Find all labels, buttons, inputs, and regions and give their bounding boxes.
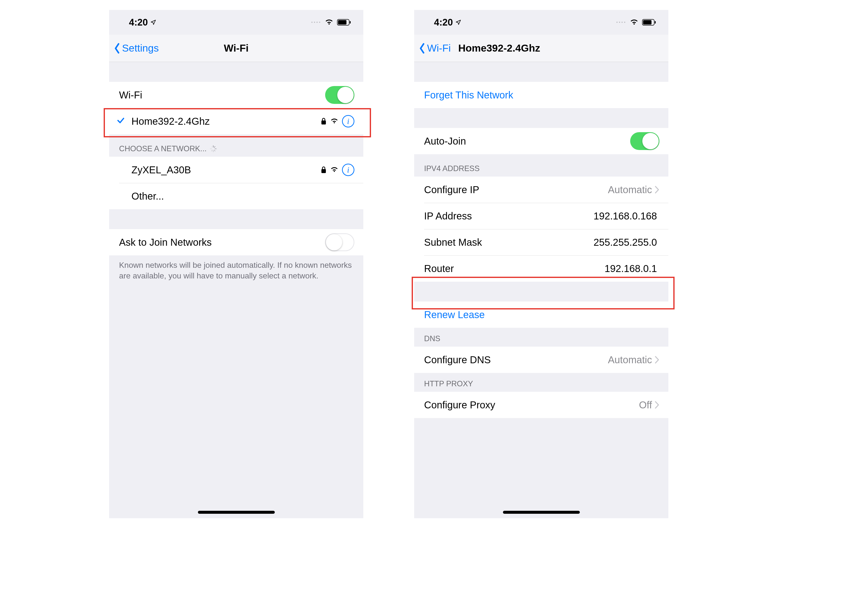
- wifi-toggle[interactable]: [325, 86, 354, 104]
- choose-network-header: CHOOSE A NETWORK...: [109, 135, 363, 157]
- chevron-right-icon: [654, 356, 659, 364]
- subnet-mask-row: Subnet Mask 255.255.255.0: [414, 229, 668, 256]
- lock-icon: [321, 118, 327, 125]
- wifi-toggle-group: Wi-Fi Home392-2.4Ghz i: [109, 82, 363, 135]
- router-value: 192.168.0.1: [604, 263, 657, 274]
- nav-bar: Wi-Fi Home392-2.4Ghz: [414, 35, 668, 62]
- status-bar: 4:20 ····: [109, 10, 363, 35]
- subnet-mask-value: 255.255.255.0: [594, 237, 657, 248]
- info-icon[interactable]: i: [342, 115, 354, 127]
- svg-line-9: [212, 150, 212, 151]
- wifi-toggle-row: Wi-Fi: [109, 82, 363, 108]
- status-time: 4:20: [434, 17, 453, 28]
- back-button[interactable]: Settings: [109, 42, 159, 54]
- wifi-toggle-label: Wi-Fi: [119, 90, 325, 101]
- status-bar: 4:20 ····: [414, 10, 668, 35]
- svg-rect-2: [350, 21, 351, 23]
- wifi-icon: [630, 19, 639, 26]
- nav-title: Home392-2.4Ghz: [458, 42, 540, 54]
- network-name: ZyXEL_A30B: [132, 164, 317, 175]
- other-network-row[interactable]: Other...: [109, 183, 363, 209]
- available-networks-group: ZyXEL_A30B i Other...: [109, 157, 363, 209]
- chevron-right-icon: [654, 401, 659, 409]
- svg-rect-14: [643, 20, 651, 25]
- router-row: Router 192.168.0.1: [414, 256, 668, 282]
- network-row[interactable]: ZyXEL_A30B i: [109, 157, 363, 183]
- renew-lease-row[interactable]: Renew Lease: [414, 302, 668, 328]
- checkmark-icon: [116, 116, 125, 127]
- ask-join-group: Ask to Join Networks: [109, 229, 363, 256]
- battery-icon: [642, 19, 656, 26]
- auto-join-toggle[interactable]: [630, 132, 659, 150]
- location-icon: [455, 19, 461, 25]
- back-label: Settings: [122, 42, 159, 54]
- svg-rect-3: [321, 121, 326, 124]
- ipv4-header: IPV4 ADDRESS: [414, 154, 668, 177]
- configure-proxy-row[interactable]: Configure Proxy Off: [414, 392, 668, 418]
- wifi-icon: [330, 167, 338, 173]
- ip-address-value: 192.168.0.168: [594, 211, 657, 221]
- auto-join-label: Auto-Join: [424, 136, 630, 147]
- svg-rect-1: [338, 20, 346, 25]
- router-label: Router: [424, 263, 604, 274]
- signal-dots-icon: ····: [311, 18, 321, 26]
- wifi-icon: [325, 19, 333, 26]
- svg-line-7: [214, 150, 215, 151]
- status-time: 4:20: [129, 17, 148, 28]
- forget-network-label: Forget This Network: [424, 90, 659, 101]
- configure-ip-value: Automatic: [608, 184, 652, 195]
- ask-join-footer: Known networks will be joined automatica…: [109, 256, 363, 287]
- chevron-left-icon: [113, 43, 121, 54]
- ask-join-row: Ask to Join Networks: [109, 229, 363, 256]
- info-icon[interactable]: i: [342, 164, 354, 176]
- configure-dns-value: Automatic: [608, 354, 652, 365]
- svg-line-5: [214, 147, 215, 147]
- back-label: Wi-Fi: [427, 42, 451, 54]
- back-button[interactable]: Wi-Fi: [414, 42, 451, 54]
- svg-line-11: [212, 147, 212, 147]
- ip-address-row: IP Address 192.168.0.168: [414, 203, 668, 229]
- home-indicator[interactable]: [503, 511, 580, 514]
- signal-dots-icon: ····: [616, 18, 626, 26]
- connected-network-row[interactable]: Home392-2.4Ghz i: [109, 108, 363, 135]
- nav-bar: Settings Wi-Fi: [109, 35, 363, 62]
- ask-join-toggle[interactable]: [325, 233, 354, 251]
- configure-proxy-value: Off: [639, 400, 652, 410]
- wifi-icon: [330, 118, 338, 124]
- home-indicator[interactable]: [198, 511, 275, 514]
- svg-rect-12: [321, 169, 326, 173]
- svg-rect-15: [655, 21, 656, 23]
- chevron-left-icon: [418, 43, 426, 54]
- screen-wifi-list: 4:20 ···· Settings Wi-Fi Wi-Fi Home392-2…: [109, 10, 363, 518]
- connected-network-name: Home392-2.4Ghz: [132, 116, 317, 127]
- configure-dns-label: Configure DNS: [424, 354, 608, 365]
- ip-address-label: IP Address: [424, 211, 594, 221]
- ipv4-group: Configure IP Automatic IP Address 192.16…: [414, 177, 668, 282]
- ask-join-label: Ask to Join Networks: [119, 237, 325, 248]
- subnet-mask-label: Subnet Mask: [424, 237, 594, 248]
- location-icon: [150, 19, 156, 25]
- configure-ip-label: Configure IP: [424, 184, 608, 195]
- battery-icon: [337, 19, 351, 26]
- spinner-icon: [209, 145, 217, 152]
- other-label: Other...: [132, 190, 354, 202]
- auto-join-row: Auto-Join: [414, 128, 668, 154]
- lock-icon: [321, 166, 327, 173]
- configure-dns-row[interactable]: Configure DNS Automatic: [414, 347, 668, 373]
- configure-proxy-label: Configure Proxy: [424, 400, 639, 410]
- forget-network-row[interactable]: Forget This Network: [414, 82, 668, 108]
- renew-lease-label: Renew Lease: [424, 309, 659, 321]
- configure-ip-row[interactable]: Configure IP Automatic: [414, 177, 668, 203]
- dns-header: DNS: [414, 328, 668, 347]
- http-proxy-header: HTTP PROXY: [414, 373, 668, 392]
- chevron-right-icon: [654, 186, 659, 194]
- screen-wifi-detail: 4:20 ···· Wi-Fi Home392-2.4Ghz Forget Th…: [414, 10, 668, 518]
